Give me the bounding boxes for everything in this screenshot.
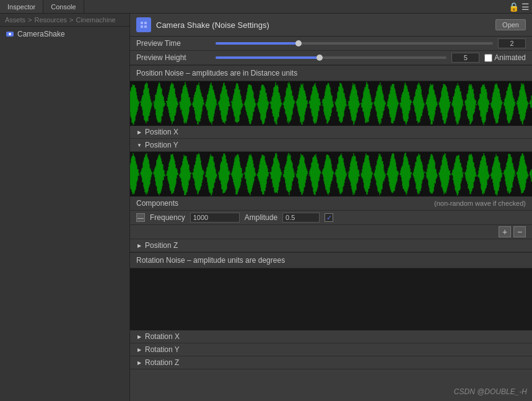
preview-time-slider[interactable] — [216, 38, 493, 48]
position-z-row[interactable]: ▶ Position Z — [130, 239, 532, 252]
inspector-panel: Camera Shake (Noise Settings) Open Previ… — [130, 14, 532, 401]
main-layout: Assets > Resources > Cinemachine CameraS… — [0, 14, 532, 401]
rotation-noise-area — [130, 268, 532, 330]
frequency-input[interactable] — [190, 213, 240, 223]
frequency-label: Frequency — [150, 213, 185, 222]
component-checkbox[interactable]: — — [136, 213, 145, 222]
breadcrumb-sep1: > — [28, 16, 32, 24]
watermark: CSDN @DOUBLE_-H — [454, 387, 527, 396]
position-y-row[interactable]: ▼ Position Y — [130, 139, 532, 152]
sidebar: Assets > Resources > Cinemachine CameraS… — [0, 14, 130, 401]
svg-rect-3 — [141, 22, 143, 24]
svg-rect-5 — [141, 25, 143, 28]
inspector-title: Camera Shake (Noise Settings) — [156, 20, 491, 30]
preview-time-row: Preview Time — [130, 37, 532, 51]
svg-rect-2 — [139, 20, 149, 30]
position-x-row[interactable]: ▶ Position X — [130, 126, 532, 139]
preview-time-label: Preview Time — [136, 39, 211, 48]
rotation-y-row[interactable]: ▶ Rotation Y — [130, 343, 532, 356]
position-noise-header: Position Noise – amplitudes are in Dista… — [130, 65, 532, 81]
position-z-label: Position Z — [145, 241, 178, 250]
svg-point-1 — [9, 33, 11, 35]
animated-checkbox[interactable] — [484, 54, 492, 62]
preview-height-label: Preview Height — [136, 53, 211, 62]
waveform-canvas-2 — [130, 152, 532, 196]
rotation-z-row[interactable]: ▶ Rotation Z — [130, 356, 532, 369]
rotation-noise-header: Rotation Noise – amplitude units are deg… — [130, 252, 532, 268]
camerashake-label: CameraShake — [17, 30, 65, 38]
breadcrumb-assets[interactable]: Assets — [5, 16, 25, 24]
preview-height-slider[interactable] — [216, 53, 447, 63]
component-row-1: — Frequency Amplitude ✓ — [130, 211, 532, 225]
tab-console[interactable]: Console — [43, 0, 84, 13]
position-noise-waveform — [130, 81, 532, 126]
top-bar-icons: 🔒 ☰ — [508, 2, 532, 12]
lock-icon[interactable]: 🔒 — [508, 2, 519, 12]
position-x-label: Position X — [145, 128, 178, 136]
wave-checkbox[interactable]: ✓ — [325, 213, 333, 222]
inspector-header: Camera Shake (Noise Settings) Open — [130, 14, 532, 37]
amplitude-label: Amplitude — [245, 213, 277, 222]
camerashake-icon — [5, 29, 15, 39]
menu-icon[interactable]: ☰ — [521, 2, 530, 12]
inspector-content: Preview Time Preview Height — [130, 37, 532, 401]
rotation-z-label: Rotation Z — [145, 358, 179, 367]
components-hint: (non-random wave if checked) — [434, 200, 526, 207]
position-x-arrow: ▶ — [136, 129, 142, 135]
top-bar: Inspector Console 🔒 ☰ — [0, 0, 532, 14]
rotation-z-arrow: ▶ — [136, 359, 142, 366]
breadcrumb: Assets > Resources > Cinemachine — [0, 14, 129, 27]
waveform-canvas-1 — [130, 81, 532, 126]
add-component-button[interactable]: + — [499, 226, 511, 237]
preview-height-row: Preview Height Animated — [130, 51, 532, 65]
components-label: Components — [136, 199, 178, 208]
remove-component-button[interactable]: − — [513, 226, 526, 237]
position-y-waveform — [130, 152, 532, 196]
asset-icon — [136, 17, 151, 32]
open-button[interactable]: Open — [495, 19, 526, 30]
tab-inspector[interactable]: Inspector — [0, 0, 43, 13]
rotation-y-arrow: ▶ — [136, 346, 142, 353]
amplitude-input[interactable] — [282, 213, 320, 223]
rotation-y-label: Rotation Y — [145, 345, 180, 354]
position-y-arrow: ▼ — [136, 142, 142, 148]
animated-label: Animated — [494, 53, 526, 62]
components-header: Components (non-random wave if checked) — [130, 196, 532, 211]
breadcrumb-sep2: > — [69, 16, 73, 24]
position-y-label: Position Y — [145, 141, 178, 149]
breadcrumb-resources[interactable]: Resources — [34, 16, 67, 24]
rotation-x-row[interactable]: ▶ Rotation X — [130, 330, 532, 343]
rotation-x-arrow: ▶ — [136, 333, 142, 340]
svg-rect-4 — [144, 22, 147, 24]
tab-bar: Inspector Console — [0, 0, 84, 13]
preview-height-input[interactable] — [451, 53, 479, 63]
svg-rect-6 — [144, 25, 147, 28]
rotation-x-label: Rotation X — [145, 332, 180, 341]
position-z-arrow: ▶ — [136, 242, 142, 249]
add-remove-row: + − — [130, 225, 532, 239]
preview-time-input[interactable] — [498, 38, 526, 48]
sidebar-item-camerashake[interactable]: CameraShake — [0, 27, 129, 42]
breadcrumb-cinemachine[interactable]: Cinemachine — [76, 16, 115, 24]
